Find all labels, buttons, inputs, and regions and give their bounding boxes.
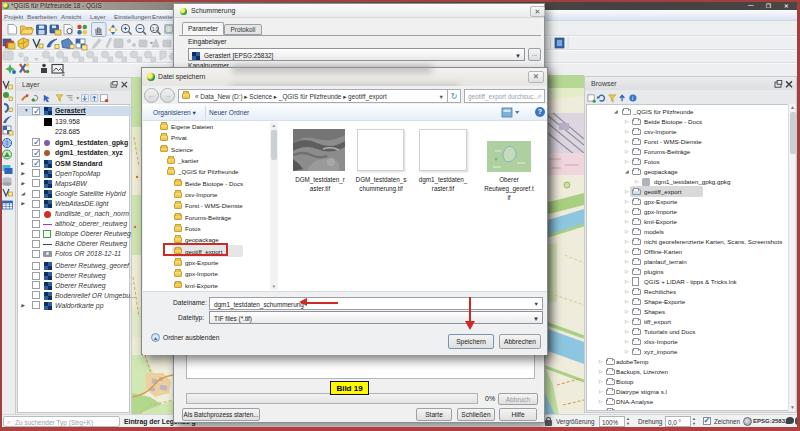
svg-text:1:1: 1:1 — [152, 27, 159, 32]
